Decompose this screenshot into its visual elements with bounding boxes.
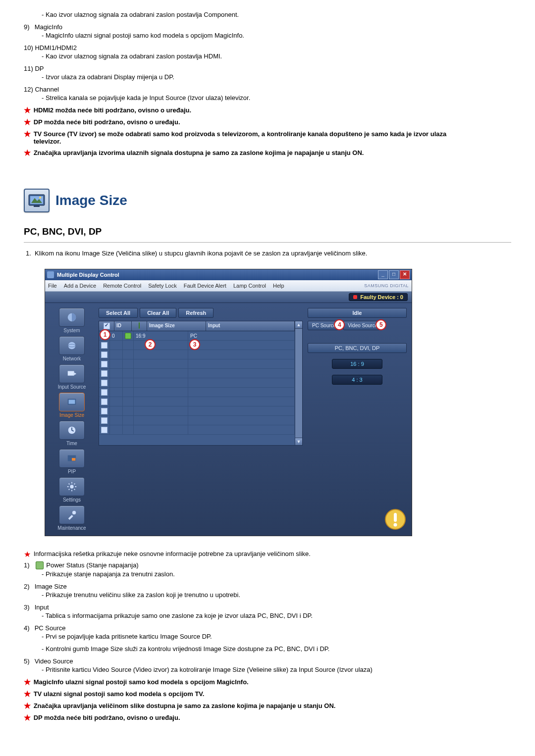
svg-rect-16 [394,513,397,522]
scroll-up-icon[interactable]: ▲ [295,321,302,329]
note-text: HDMI2 možda neće biti podržano, ovisno o… [34,106,192,114]
sidebar-item-system[interactable]: System [50,308,94,333]
menubar: File Add a Device Remote Control Safety … [45,280,412,292]
note-text: TV ulazni signal postoji samo kod modela… [34,690,205,698]
row-checkbox[interactable] [101,427,107,433]
sidebar-item-pip[interactable]: PIP [50,449,94,474]
row-checkbox[interactable] [101,417,107,424]
grid-row-empty [99,406,295,416]
pc-source-tab[interactable]: PC Source 4 [308,321,340,330]
post-note: ★ Informacijska rešetka prikazuje neke o… [24,550,520,558]
sidebar: System Network Input Source Image Size T… [50,308,94,531]
sidebar-item-settings[interactable]: Settings [50,477,94,503]
sidebar-item-label: Image Size [59,412,84,418]
refresh-button[interactable]: Refresh [178,308,214,318]
grid-header-input[interactable]: Input [206,321,295,331]
intro-item: 11) DP [24,65,520,72]
row-checkbox[interactable] [101,370,107,377]
row-checkbox[interactable] [101,389,107,396]
image-size-16-9-button[interactable]: 16 : 9 [332,359,382,369]
post-item: 4) PC Source [24,624,520,632]
post-item: 3) Input [24,604,520,611]
post-item-desc: - Prikazuje stanje napajanja za trenutni… [42,570,520,578]
input-source-icon [59,364,85,383]
sidebar-item-image-size[interactable]: Image Size [50,393,94,418]
grid-scrollbar[interactable]: ▲ ▼ [295,321,302,445]
menu-file[interactable]: File [48,283,57,289]
divider [24,242,511,243]
grid-row[interactable]: 0 1 16:9 2 PC 3 [99,331,295,341]
row-checkbox[interactable] [101,333,107,339]
menu-fault-device-alert[interactable]: Fault Device Alert [184,283,226,289]
grid-row-empty [99,425,295,435]
intro-item-label: HDMI1/HDMI2 [35,44,77,51]
note-text: MagicInfo ulazni signal postoji samo kod… [34,678,249,686]
post-item-label: Image Size [35,583,67,590]
image-size-4-3-button[interactable]: 4 : 3 [332,375,382,385]
row-checkbox[interactable] [101,380,107,386]
note-text: DP možda neće biti podržano, ovisno o ur… [34,118,180,126]
post-item-desc: - Pritisnite karticu Video Source (Video… [42,666,520,673]
select-all-button[interactable]: Select All [99,308,138,318]
note-item: ★ TV ulazni signal postoji samo kod mode… [24,690,520,698]
checkbox-icon [104,323,110,329]
maximize-button[interactable]: □ [389,270,399,279]
faulty-device-badge: Faulty Device : 0 [349,293,408,301]
sidebar-item-network[interactable]: Network [50,336,94,361]
minimize-button[interactable]: _ [378,270,388,279]
svg-rect-12 [72,458,75,461]
device-grid: ID Image Size Input 0 1 16:9 [99,321,303,446]
power-status-icon [125,333,131,339]
grid-header: ID Image Size Input [99,321,295,331]
note-item: ★ Značajka upravljanja izvorima ulaznih … [24,149,520,157]
row-checkbox[interactable] [101,342,107,349]
grid-row-empty [99,350,295,359]
intro-item-num: 12) [24,86,33,93]
menu-help[interactable]: Help [273,283,284,289]
note-text: Značajka upravljanja izvorima ulaznih si… [34,149,364,156]
sidebar-item-label: PIP [68,469,76,474]
note-item: ★ Značajka upravljanja veličinom slike d… [24,702,520,710]
close-button[interactable]: ✕ [400,270,410,279]
grid-header-id[interactable]: ID [114,321,132,331]
sidebar-item-input-source[interactable]: Input Source [50,364,94,390]
sidebar-item-label: Maintenance [57,525,86,531]
row-input: PC [190,333,197,339]
note-item: ★ HDMI2 možda neće biti podržano, ovisno… [24,106,520,114]
row-checkbox[interactable] [101,399,107,405]
sidebar-item-time[interactable]: Time [50,421,94,446]
menu-add-device[interactable]: Add a Device [64,283,96,289]
center-pane: Select All Clear All Refresh ID Image Si… [99,308,303,531]
star-icon: ★ [24,702,32,710]
star-icon: ★ [24,149,32,157]
clear-all-button[interactable]: Clear All [140,308,176,318]
grid-header-check[interactable] [99,321,114,331]
intro-item-num: 10) [24,44,33,51]
row-checkbox[interactable] [101,408,107,414]
menu-lamp-control[interactable]: Lamp Control [233,283,266,289]
note-text: TV Source (TV izvor) se može odabrati sa… [34,130,470,145]
menu-remote-control[interactable]: Remote Control [103,283,141,289]
scroll-down-icon[interactable]: ▼ [295,438,302,445]
post-item-desc: - Tablica s informacijama prikazuje samo… [42,612,520,619]
warning-icon [384,508,407,531]
intro-item-desc: - MagicInfo ulazni signal postoji samo k… [42,32,520,39]
row-checkbox[interactable] [101,352,107,358]
note-item: ★ DP možda neće biti podržano, ovisno o … [24,714,520,722]
source-group-label: PC, BNC, DVI, DP [308,343,407,353]
grid-header-image-size[interactable]: Image Size [147,321,206,331]
alert-dot-icon [353,295,357,299]
menu-safety-lock[interactable]: Safety Lock [148,283,176,289]
post-item-num: 4) [24,624,33,632]
intro-item-desc: - Kao izvor ulaznog signala za odabrani … [42,11,520,18]
image-size-icon [59,393,85,411]
post-item: 2) Image Size [24,583,520,590]
sidebar-item-maintenance[interactable]: Maintenance [50,505,94,531]
video-source-tab[interactable]: Video Source 5 [343,321,382,330]
power-header-icon [139,322,140,329]
grid-header-power[interactable] [132,321,147,331]
status-toolbar: Faulty Device : 0 [45,292,412,303]
intro-item-num: 9) [24,23,33,31]
post-item-label: PC Source [35,624,66,632]
row-checkbox[interactable] [101,361,107,367]
